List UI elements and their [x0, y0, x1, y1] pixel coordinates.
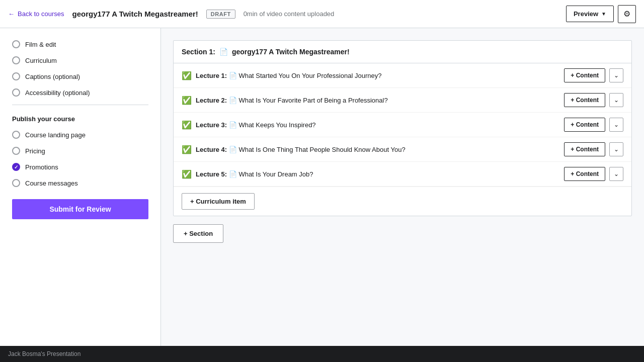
back-to-courses-link[interactable]: ← Back to courses: [8, 10, 64, 18]
submit-for-review-button[interactable]: Submit for Review: [12, 199, 148, 219]
expand-button[interactable]: ⌄: [609, 167, 623, 181]
add-curriculum-item-button[interactable]: + Curriculum item: [182, 193, 255, 210]
expand-button[interactable]: ⌄: [609, 68, 623, 82]
sidebar-item-captions[interactable]: Captions (optional): [0, 68, 160, 84]
draft-badge: DRAFT: [206, 10, 235, 19]
radio-pricing: [12, 147, 20, 155]
lecture-number: Lecture 2:: [196, 97, 227, 104]
add-section-row: + Section: [173, 224, 632, 243]
settings-button[interactable]: ⚙: [618, 5, 636, 23]
add-content-button[interactable]: + Content: [564, 142, 605, 156]
lecture-title: Lecture 4: 📄 What Is One Thing That Peop…: [196, 146, 560, 153]
sidebar-item-pricing[interactable]: Pricing: [0, 143, 160, 159]
sidebar-item-label: Course landing page: [25, 131, 86, 139]
add-content-button[interactable]: + Content: [564, 68, 605, 82]
publish-section-title: Publish your course: [0, 109, 160, 127]
section-number: Section 1:: [182, 48, 215, 56]
check-icon: ✅: [182, 120, 192, 130]
back-label: Back to courses: [18, 10, 64, 18]
sidebar-item-curriculum[interactable]: Curriculum: [0, 52, 160, 68]
sidebar-item-label: Curriculum: [25, 57, 57, 64]
sidebar-item-film-edit[interactable]: Film & edit: [0, 36, 160, 52]
main-layout: Film & edit Curriculum Captions (optiona…: [0, 28, 644, 362]
lecture-title: Lecture 5: 📄 What Is Your Dream Job?: [196, 170, 560, 178]
back-arrow-icon: ←: [8, 10, 15, 18]
main-content: Section 1: 📄 georgy177 A Twitch Megastre…: [161, 28, 644, 362]
check-icon: ✅: [182, 71, 192, 80]
check-icon: ✅: [182, 96, 192, 105]
topbar: ← Back to courses georgy177 A Twitch Meg…: [0, 0, 644, 28]
sidebar-item-course-landing[interactable]: Course landing page: [0, 127, 160, 143]
gear-icon: ⚙: [623, 9, 630, 19]
add-section-button[interactable]: + Section: [173, 224, 223, 243]
lecture-title: Lecture 3: 📄 What Keeps You Inspired?: [196, 121, 560, 129]
table-row: ✅ Lecture 3: 📄 What Keeps You Inspired? …: [174, 113, 631, 137]
preview-button[interactable]: Preview ▼: [566, 6, 614, 22]
lecture-number: Lecture 3:: [196, 121, 227, 129]
expand-button[interactable]: ⌄: [609, 142, 623, 156]
add-item-row: + Curriculum item: [174, 187, 631, 216]
course-title: georgy177 A Twitch Megastreamer!: [72, 10, 198, 18]
sidebar-item-label: Film & edit: [25, 41, 56, 48]
section-header: Section 1: 📄 georgy177 A Twitch Megastre…: [174, 41, 631, 63]
expand-button[interactable]: ⌄: [609, 93, 623, 107]
lecture-title: Lecture 2: 📄 What Is Your Favorite Part …: [196, 97, 560, 104]
radio-curriculum: [12, 56, 20, 64]
expand-button[interactable]: ⌄: [609, 118, 623, 132]
lecture-number: Lecture 4:: [196, 146, 227, 153]
presentation-label: Jack Bosma's Presentation: [8, 350, 80, 357]
upload-status: 0min of video content uploaded: [244, 10, 335, 18]
add-content-button[interactable]: + Content: [564, 118, 605, 132]
table-row: ✅ Lecture 5: 📄 What Is Your Dream Job? +…: [174, 162, 631, 187]
radio-course-messages: [12, 179, 20, 187]
sidebar-item-accessibility[interactable]: Accessibility (optional): [0, 84, 160, 101]
table-row: ✅ Lecture 4: 📄 What Is One Thing That Pe…: [174, 137, 631, 162]
add-content-button[interactable]: + Content: [564, 93, 605, 107]
radio-promotions: [12, 163, 20, 171]
check-icon: ✅: [182, 145, 192, 154]
add-content-button[interactable]: + Content: [564, 167, 605, 181]
doc-icon: 📄: [219, 48, 228, 56]
radio-course-landing: [12, 131, 20, 139]
sidebar-divider: [12, 105, 148, 105]
check-icon: ✅: [182, 169, 192, 179]
curriculum-section-1: Section 1: 📄 georgy177 A Twitch Megastre…: [173, 40, 632, 216]
lecture-title: Lecture 1: 📄 What Started You On Your Pr…: [196, 72, 560, 79]
sidebar-item-label: Course messages: [25, 179, 78, 187]
chevron-down-icon: ▼: [601, 11, 606, 17]
lecture-number: Lecture 1:: [196, 72, 227, 79]
sidebar-item-label: Accessibility (optional): [25, 89, 90, 97]
radio-accessibility: [12, 88, 20, 97]
sidebar-item-label: Captions (optional): [25, 73, 80, 80]
sidebar-item-promotions[interactable]: Promotions: [0, 159, 160, 175]
radio-film-edit: [12, 40, 20, 48]
sidebar-item-label: Pricing: [25, 147, 45, 155]
sidebar-item-label: Promotions: [25, 163, 58, 171]
bottom-bar: Jack Bosma's Presentation: [0, 346, 644, 362]
lecture-number: Lecture 5:: [196, 170, 227, 178]
topbar-actions: Preview ▼ ⚙: [566, 5, 636, 23]
table-row: ✅ Lecture 1: 📄 What Started You On Your …: [174, 63, 631, 88]
sidebar: Film & edit Curriculum Captions (optiona…: [0, 28, 161, 362]
table-row: ✅ Lecture 2: 📄 What Is Your Favorite Par…: [174, 88, 631, 113]
sidebar-item-course-messages[interactable]: Course messages: [0, 175, 160, 191]
radio-captions: [12, 72, 20, 80]
section-title: georgy177 A Twitch Megastreamer!: [232, 48, 350, 56]
